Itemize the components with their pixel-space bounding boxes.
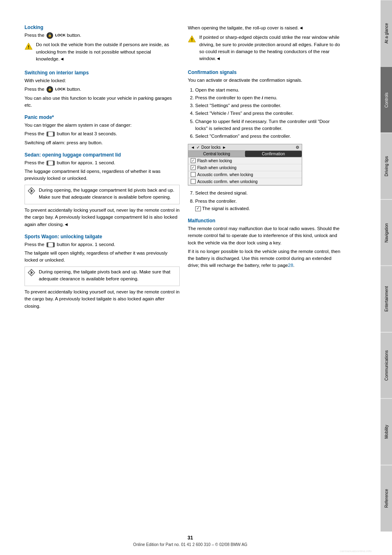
- row-acoustic-unlocking: Acoustic confirm. when unlocking: [188, 178, 302, 185]
- conf-img-tabs: Central locking Confirmation: [188, 151, 302, 157]
- sidebar-tab-controls[interactable]: Controls: [381, 67, 392, 133]
- page-ref-link[interactable]: 28: [288, 263, 293, 268]
- svg-rect-3: [48, 161, 53, 165]
- sports-wagon-text3: The tailgate will open slightly, regardl…: [24, 250, 180, 264]
- section-locking: Locking Press the 🔒 LOCK button. ! Do no…: [24, 25, 180, 64]
- flash-unlocking-label: Flash when unlocking: [197, 166, 236, 170]
- step-4: Select "Vehicle / Tires" and press the c…: [195, 110, 343, 117]
- locking-warning-text: Do not lock the vehicle from the outside…: [36, 41, 180, 63]
- sports-wagon-text2: button for approx. 1 second.: [57, 242, 115, 247]
- sports-wagon-note-box: During opening, the tailgate pivots back…: [24, 266, 180, 286]
- main-content: Locking Press the 🔒 LOCK button. ! Do no…: [0, 0, 381, 555]
- sidebar-tab-entertainment[interactable]: Entertainment: [381, 266, 392, 332]
- step-3: Select "Settings" and press the controll…: [195, 102, 343, 109]
- row-flash-locking: Flash when locking: [188, 157, 302, 164]
- lock-circle-icon2: 🔒: [47, 86, 53, 93]
- row-acoustic-locking: Acoustic confirm. when locking: [188, 171, 302, 178]
- svg-text:!: !: [191, 37, 193, 42]
- sidebar-tab-communications[interactable]: Communications: [381, 332, 392, 399]
- warning-triangle-icon2: !: [188, 35, 197, 44]
- page-number: 31: [187, 535, 193, 541]
- step-7: Select the desired signal.: [195, 190, 343, 197]
- sports-wagon-text1: Press the button for approx. 1 second.: [24, 241, 180, 248]
- conf-img-header-left: ◄ ✓ Door locks ►: [191, 145, 226, 150]
- malfunction-text1: The remote control may malfunction due t…: [188, 225, 343, 246]
- back-arrow-icon: ◄: [191, 145, 195, 150]
- sports-wagon-note-icon: [27, 269, 36, 278]
- rear-window-warning-text: If pointed or sharp-edged objects could …: [199, 34, 343, 62]
- lock-label2: LOCK: [55, 87, 66, 91]
- svg-text:!: !: [28, 45, 29, 49]
- malfunction-title: Malfunction: [188, 218, 343, 224]
- sidebar-tab-navigation[interactable]: Navigation: [381, 199, 392, 266]
- interior-lamps-text2: Press the 🔒 LOCK button.: [24, 86, 180, 93]
- sedan-text1: Press the button for approx. 1 second.: [24, 159, 180, 166]
- sedan-note-icon: [27, 187, 36, 196]
- checkbox-acoustic-locking: [191, 172, 196, 177]
- confirmation-signals-title: Confirmation signals: [188, 69, 343, 75]
- confirmation-tab: Confirmation: [245, 151, 302, 157]
- right-column: When opening the tailgate, the roll-up c…: [188, 25, 343, 539]
- panic-mode-title: Panic mode*: [24, 114, 180, 120]
- section-sedan: Sedan: opening luggage compartment lid P…: [24, 152, 180, 228]
- sidebar-tab-at-a-glance[interactable]: At a glance: [381, 0, 392, 67]
- locking-text2: button.: [67, 33, 81, 38]
- rear-window-warning: ! If pointed or sharp-edged objects coul…: [188, 34, 343, 64]
- section-interior-lamps: Switching on interior lamps With vehicle…: [24, 70, 180, 109]
- lock-label-text: LOCK: [55, 33, 66, 37]
- malfunction-text2: If it is no longer possible to lock the …: [188, 248, 343, 269]
- step-5: Change to upper field if necessary. Turn…: [195, 118, 343, 132]
- locking-text: Press the 🔒 LOCK button.: [24, 32, 180, 39]
- door-locks-label: Door locks: [201, 145, 220, 150]
- interior-lamps-text3: button.: [67, 87, 81, 92]
- settings-icon: ⚙: [296, 145, 299, 150]
- locking-warning: ! Do not lock the vehicle from the outsi…: [24, 41, 180, 64]
- checkbox-acoustic-unlocking: [191, 179, 196, 184]
- step-2: Press the controller to open the i menu.: [195, 94, 343, 101]
- confirmation-image: ◄ ✓ Door locks ► ⚙ Central locking Confi…: [188, 144, 302, 186]
- svg-rect-2: [48, 132, 53, 136]
- section-sports-wagon: Sports Wagon: unlocking tailgate Press t…: [24, 234, 180, 310]
- sidebar-tab-mobility[interactable]: Mobility: [381, 398, 392, 465]
- sedan-text4: To prevent accidentally locking yourself…: [24, 207, 180, 228]
- conf-img-header: ◄ ✓ Door locks ► ⚙: [188, 144, 302, 151]
- checkbox-flash-unlocking: [191, 165, 196, 170]
- svg-marker-5: [31, 189, 33, 193]
- flash-locking-label: Flash when locking: [197, 159, 232, 163]
- forward-arrow-icon: ►: [222, 145, 226, 150]
- panic-button-icon: [47, 132, 55, 137]
- panic-text1: You can trigger the alarm system in case…: [24, 122, 180, 129]
- sedan-note-box: During opening, the luggage compartment …: [24, 185, 180, 205]
- panic-text3: button for at least 3 seconds.: [57, 131, 117, 136]
- checkbox-flash-locking: [191, 158, 196, 163]
- left-column: Locking Press the 🔒 LOCK button. ! Do no…: [24, 25, 180, 539]
- svg-marker-8: [31, 271, 33, 275]
- sports-wagon-text4: To prevent accidentally locking yourself…: [24, 289, 180, 310]
- step-1: Open the start menu.: [195, 87, 343, 94]
- confirmation-steps-list-2: Select the desired signal. Press the con…: [188, 190, 343, 212]
- sedan-note-text: During opening, the luggage compartment …: [39, 187, 177, 201]
- svg-rect-6: [48, 243, 53, 247]
- interior-lamps-title: Switching on interior lamps: [24, 70, 180, 76]
- sedan-title: Sedan: opening luggage compartment lid: [24, 152, 180, 158]
- interior-lamps-text1: With vehicle locked:: [24, 77, 180, 84]
- step-8: Press the controller. ✓ The signal is ac…: [195, 198, 343, 213]
- sports-wagon-note-text: During opening, the tailgate pivots back…: [39, 269, 177, 283]
- sports-wagon-title: Sports Wagon: unlocking tailgate: [24, 234, 180, 239]
- confirmation-steps-list: Open the start menu. Press the controlle…: [188, 87, 343, 140]
- confirmation-signals-intro: You can activate or deactivate the confi…: [188, 77, 343, 84]
- sidebar-tabs: At a glance Controls Driving tips Naviga…: [381, 0, 392, 531]
- warning-triangle-icon: !: [24, 42, 33, 51]
- sidebar-tab-reference[interactable]: Reference: [381, 465, 392, 532]
- checkmark-icon: ✓: [196, 145, 200, 150]
- sidebar-tab-driving-tips[interactable]: Driving tips: [381, 133, 392, 199]
- sports-wagon-button-icon: [47, 242, 55, 247]
- tailgate-text: When opening the tailgate, the roll-up c…: [188, 25, 343, 31]
- page-footer: 31 Online Edition for Part no. 01 41 2 6…: [0, 535, 381, 547]
- central-locking-tab: Central locking: [188, 151, 245, 157]
- sedan-button-icon: [47, 161, 55, 166]
- acoustic-unlocking-label: Acoustic confirm. when unlocking: [197, 179, 258, 184]
- interior-lamps-text4: You can also use this function to locate…: [24, 95, 180, 109]
- section-confirmation-signals: Confirmation signals You can activate or…: [188, 69, 343, 212]
- footer-text: Online Edition for Part no. 01 41 2 600 …: [133, 542, 247, 547]
